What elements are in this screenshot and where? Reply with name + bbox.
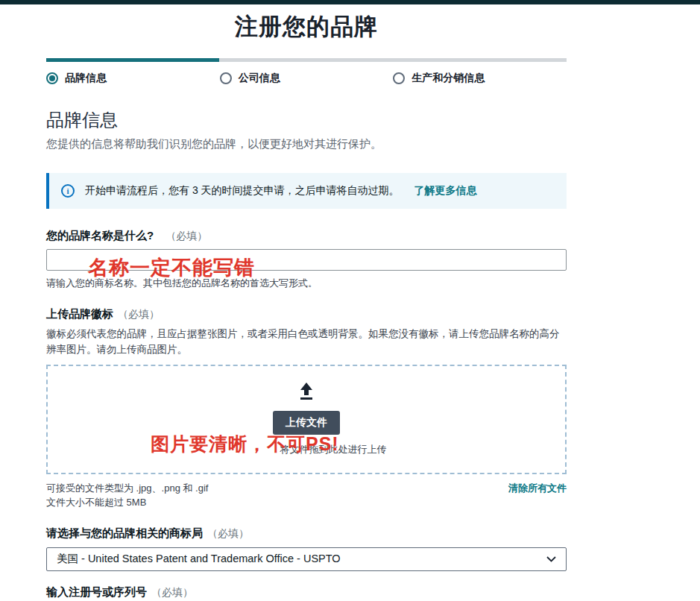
trademark-office-select[interactable]: 美国 - United States Patent and Trademark … bbox=[46, 547, 567, 571]
stepper: 品牌信息 公司信息 生产和分销信息 bbox=[46, 72, 567, 85]
required-tag: （必填） bbox=[165, 230, 207, 243]
step-label: 品牌信息 bbox=[65, 72, 107, 85]
upload-file-button[interactable]: 上传文件 bbox=[273, 411, 340, 435]
step-production-distribution-info[interactable]: 生产和分销信息 bbox=[393, 72, 567, 85]
step-label: 公司信息 bbox=[239, 72, 280, 85]
accepted-file-types: 可接受的文件类型为 .jpg、.png 和 .gif bbox=[46, 482, 208, 496]
brand-name-field: 您的品牌名称是什么? （必填） 名称一定不能写错 请输入您的商标名称。其中包括您… bbox=[46, 229, 567, 290]
info-icon: i bbox=[61, 184, 75, 198]
max-file-size: 文件大小不能超过 5MB bbox=[46, 496, 208, 510]
chevron-down-icon bbox=[546, 556, 556, 562]
section-subheading: 您提供的信息将帮助我们识别您的品牌，以便更好地对其进行保护。 bbox=[46, 137, 567, 151]
upload-constraints: 可接受的文件类型为 .jpg、.png 和 .gif 文件大小不能超过 5MB bbox=[46, 482, 208, 510]
trademark-office-field: 请选择与您的品牌相关的商标局 （必填） 美国 - United States P… bbox=[46, 526, 567, 571]
required-tag: （必填） bbox=[207, 527, 249, 541]
brand-name-helper: 请输入您的商标名称。其中包括您的品牌名称的首选大写形式。 bbox=[46, 277, 567, 290]
learn-more-link[interactable]: 了解更多信息 bbox=[414, 184, 477, 198]
stepper-progress-track bbox=[46, 58, 567, 62]
logo-dropzone[interactable]: 上传文件 将文件拖到此处进行上传 图片要清晰，不可PS! bbox=[46, 365, 567, 474]
required-tag: （必填） bbox=[118, 308, 160, 321]
brand-name-label: 您的品牌名称是什么? bbox=[46, 229, 154, 243]
clear-all-files-link[interactable]: 清除所有文件 bbox=[508, 482, 567, 495]
page-title: 注册您的品牌 bbox=[46, 11, 567, 43]
radio-unselected-icon[interactable] bbox=[220, 72, 232, 84]
trademark-office-label: 请选择与您的品牌相关的商标局 bbox=[46, 526, 203, 541]
brand-name-input[interactable] bbox=[46, 249, 567, 271]
section-heading: 品牌信息 bbox=[46, 108, 567, 132]
radio-selected-icon[interactable] bbox=[46, 72, 58, 84]
radio-unselected-icon[interactable] bbox=[393, 72, 405, 84]
step-label: 生产和分销信息 bbox=[412, 72, 485, 85]
logo-upload-field: 上传品牌徽标 （必填） 徽标必须代表您的品牌，且应占据整张图片，或者采用白色或透… bbox=[46, 307, 567, 510]
drag-hint-text: 将文件拖到此处进行上传 bbox=[280, 443, 387, 456]
registration-number-field: 输入注册号或序列号 （必填） 验证 示例： 9876543和12345678 bbox=[46, 585, 567, 601]
alert-text: 开始申请流程后，您有 3 天的时间提交申请，之后申请将自动过期。 bbox=[85, 184, 400, 198]
logo-upload-label: 上传品牌徽标 bbox=[46, 307, 113, 321]
registration-number-label: 输入注册号或序列号 bbox=[46, 585, 147, 600]
top-bar bbox=[0, 0, 700, 4]
step-company-info[interactable]: 公司信息 bbox=[220, 72, 394, 85]
info-alert: i 开始申请流程后，您有 3 天的时间提交申请，之后申请将自动过期。 了解更多信… bbox=[46, 173, 567, 209]
brand-registry-form: 注册您的品牌 品牌信息 公司信息 生产和分销信息 品牌信息 您提供的信息将帮助我… bbox=[46, 11, 567, 601]
logo-upload-description: 徽标必须代表您的品牌，且应占据整张图片，或者采用白色或透明背景。如果您没有徽标，… bbox=[46, 327, 567, 358]
step-brand-info[interactable]: 品牌信息 bbox=[46, 72, 220, 85]
required-tag: （必填） bbox=[151, 586, 193, 600]
stepper-progress-fill bbox=[46, 58, 219, 62]
upload-arrow-icon bbox=[297, 382, 316, 401]
selected-option: 美国 - United States Patent and Trademark … bbox=[57, 552, 341, 566]
